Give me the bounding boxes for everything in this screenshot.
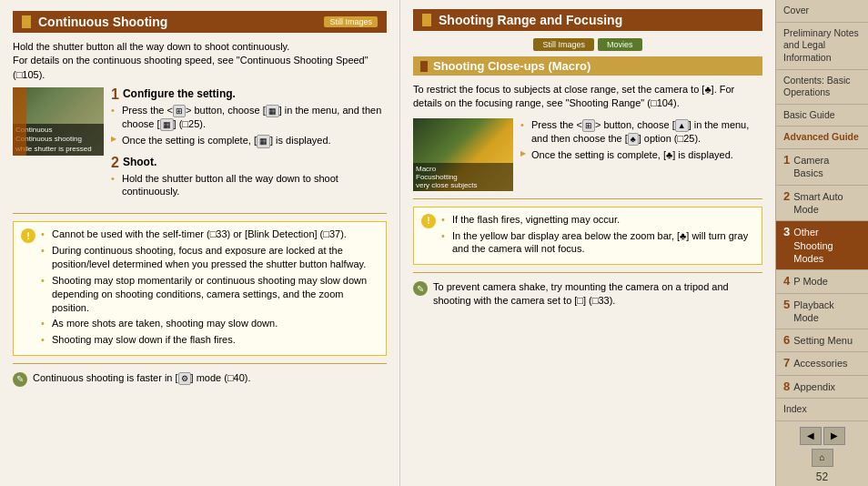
right-note-icon: ✎ [413,281,428,296]
movies-badge: Movies [598,38,642,51]
right-warning1: If the flash fires, vignetting may occur… [441,213,754,227]
note-icon: ✎ [13,372,27,387]
sidebar-item-camera-basics[interactable]: 1 Camera Basics [776,149,868,186]
home-button[interactable]: ⌂ [812,449,833,467]
right-warning-list: If the flash fires, vignetting may occur… [441,213,754,259]
right-section-header: Shooting Range and Focusing [413,9,762,31]
warning1: Cannot be used with the self-timer (□33)… [41,228,378,241]
left-note-box: ✎ Continuous shooting is faster in [⚙] m… [13,371,387,387]
nav-next-button[interactable]: ▶ [823,427,845,445]
divider1 [13,213,387,214]
step1-text-block: 1 Configure the setting. Press the <⊞> b… [111,87,387,206]
sidebar-item-playback[interactable]: 5 Playback Mode [776,294,868,330]
page-number: 52 [776,469,868,486]
right-divider1 [413,198,762,199]
sidebar-advanced-guide[interactable]: Advanced Guide [776,127,868,149]
right-warning-icon: ! [421,214,436,228]
warning3: Shooting may stop momentarily or continu… [41,274,378,315]
right-note1: To prevent camera shake, try mounting th… [433,280,762,308]
right-bullets: Press the <⊞> button, choose [▲] in the … [520,118,762,146]
sidebar-item-appendix[interactable]: 8 Appendix [776,376,868,399]
right-divider2 [413,272,762,273]
step1-content-row: Continuous Continuous shooting while shu… [13,87,387,206]
sidebar-item-setting-menu[interactable]: 6 Setting Menu [776,329,868,352]
warning5: Shooting may slow down if the flash fire… [41,333,378,347]
right-content-row: Macro Focushotting very close subjects P… [413,118,762,191]
right-section-title: Shooting Range and Focusing [439,13,622,27]
left-section-header: Continuous Shooting Still Images [13,11,387,33]
warning2: During continuous shooting, focus and ex… [41,244,378,271]
step1-arrow1: Once the setting is complete, [▦] is dis… [111,134,387,147]
step1-bullets: Press the <⊞> button, choose [▦] in the … [111,104,387,131]
right-note-box: ✎ To prevent camera shake, try mounting … [413,280,762,308]
subsection-header: Shooting Close-ups (Macro) [413,56,762,76]
right-warning2: In the yellow bar display area below the… [441,229,754,257]
still-images-badge: Still Images [324,16,378,27]
left-intro: Hold the shutter button all the way down… [13,40,387,82]
step2-number: 2 [111,156,119,170]
right-intro: To restrict the focus to subjects at clo… [413,83,762,111]
badge-row: Still Images Movies [413,38,762,51]
sidebar: Cover Preliminary Notes and Legal Inform… [775,0,868,486]
sidebar-item-accessories[interactable]: 7 Accessories [776,352,868,375]
right-bullet1: Press the <⊞> button, choose [▲] in the … [520,118,762,146]
nav-prev-button[interactable]: ◀ [800,427,822,445]
divider2 [13,363,387,364]
sidebar-contents[interactable]: Contents: Basic Operations [776,70,868,105]
warning4: As more shots are taken, shooting may sl… [41,317,378,330]
sidebar-cover[interactable]: Cover [776,0,868,23]
still-badge: Still Images [533,38,594,51]
thumb2-label: Macro Focushotting very close subjects [413,163,513,191]
left-thumbnail: Continuous Continuous shooting while shu… [13,87,104,156]
sidebar-item-smart-auto[interactable]: 2 Smart Auto Mode [776,186,868,222]
sidebar-basic-guide[interactable]: Basic Guide [776,105,868,127]
left-note1: Continuous shooting is faster in [⚙] mod… [33,371,251,387]
thumb-orange-bar [13,87,26,156]
sidebar-prelim[interactable]: Preliminary Notes and Legal Information [776,23,868,70]
home-btn-container: ⌂ [776,447,868,469]
right-panel: Shooting Range and Focusing Still Images… [400,0,775,486]
right-warning-box: ! If the flash fires, vignetting may occ… [413,207,762,266]
nav-buttons: ◀ ▶ [776,421,868,447]
warning-list: Cannot be used with the self-timer (□33)… [41,228,378,349]
step1-number: 1 [111,87,119,102]
thumbnail-label: Continuous Continuous shooting while shu… [13,124,104,156]
left-section-title: Continuous Shooting [38,15,167,29]
left-warning-box: ! Cannot be used with the self-timer (□3… [13,221,387,356]
warning-icon: ! [21,228,35,243]
sidebar-item-other-shooting[interactable]: 3 Other Shooting Modes [776,221,868,270]
step1-block: 1 Configure the setting. Press the <⊞> b… [111,87,387,147]
step2-bullet1: Hold the shutter button all the way down… [111,172,387,199]
step2-title: Shoot. [111,156,387,168]
step1-bullet1: Press the <⊞> button, choose [▦] in the … [111,104,387,131]
subsection-title: Shooting Close-ups (Macro) [433,59,590,73]
sidebar-item-p-mode[interactable]: 4 P Mode [776,270,868,293]
sidebar-index[interactable]: Index [776,399,868,421]
right-thumbnail: Macro Focushotting very close subjects [413,118,513,191]
step2-block: 2 Shoot. Hold the shutter button all the… [111,156,387,199]
step2-bullets: Hold the shutter button all the way down… [111,172,387,199]
right-arrow1: Once the setting is complete, [♣] is dis… [520,148,762,162]
step1-title: Configure the setting. [111,87,387,100]
right-text-block: Press the <⊞> button, choose [▲] in the … [520,118,762,191]
